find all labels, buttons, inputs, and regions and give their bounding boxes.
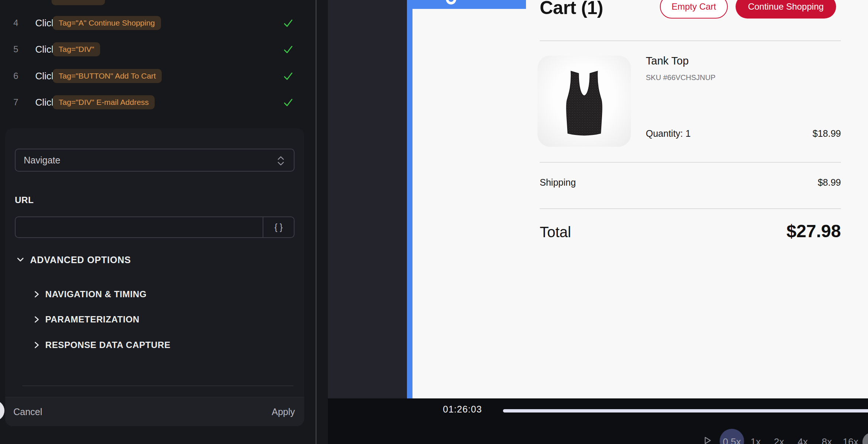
shipping-amount: $8.99: [818, 177, 841, 188]
step-row[interactable]: 7 Click Tag="DIV" E-mail Address: [0, 95, 316, 110]
step-row[interactable]: 6 Click Tag="BUTTON" Add To Cart: [0, 69, 316, 83]
step-number: 5: [13, 42, 18, 57]
page-edge-highlight: [407, 0, 412, 398]
speed-option-4x[interactable]: 4x: [798, 436, 808, 444]
speed-option-16x[interactable]: 16x: [843, 436, 858, 444]
action-type-value: Navigate: [24, 149, 60, 171]
page-header-highlight: [407, 0, 526, 9]
speed-option-0-5x[interactable]: 0.5x: [723, 436, 741, 444]
cart-title: Cart (1): [540, 0, 603, 19]
step-target-badge[interactable]: Tag="DIV" E-mail Address: [53, 95, 155, 109]
section-label: NAVIGATION & TIMING: [45, 289, 147, 299]
product-name: Tank Top: [646, 55, 689, 67]
cancel-button[interactable]: Cancel: [13, 397, 42, 426]
playback-bar: 01:26:03 0.5x 1x 2x 4x 8x 16x: [328, 398, 868, 444]
playback-progress-bar[interactable]: [503, 409, 868, 412]
step-target-badge[interactable]: Tag="BUTTON" Add To Cart: [53, 69, 162, 83]
chevron-right-icon: [34, 316, 39, 323]
apply-button[interactable]: Apply: [272, 397, 295, 426]
tank-top-photo: [546, 61, 622, 142]
url-field-row: { }: [15, 216, 295, 238]
empty-cart-button[interactable]: Empty Cart: [660, 0, 728, 19]
advanced-options-toggle[interactable]: ADVANCED OPTIONS: [17, 254, 131, 266]
step-editor-panel: Navigate URL { } ADVANCED OPTIONS: [5, 128, 304, 426]
step-3-target-badge-partial[interactable]: g: [52, 0, 105, 5]
product-quantity: Quantity: 1: [646, 128, 691, 139]
step-target-badge[interactable]: Tag="DIV": [53, 42, 100, 56]
divider: [540, 40, 841, 41]
player-settings-button-partial[interactable]: [862, 433, 868, 444]
continue-shopping-button[interactable]: Continue Shopping: [736, 0, 836, 19]
playback-timestamp: 01:26:03: [443, 404, 482, 415]
step-row[interactable]: 4 Click Tag="A" Continue Shopping: [0, 16, 316, 30]
product-image: [537, 56, 631, 147]
sidebar-divider[interactable]: [316, 0, 316, 444]
recorded-page-frame: Cart (1) Empty Cart Continue Shopping: [412, 0, 868, 398]
play-icon[interactable]: [703, 436, 712, 444]
speed-option-8x[interactable]: 8x: [822, 436, 832, 444]
step-passed-check-icon: [283, 19, 293, 28]
step-passed-check-icon: [283, 45, 293, 54]
step-passed-check-icon: [283, 98, 293, 107]
divider: [540, 162, 841, 163]
total-label: Total: [540, 224, 571, 241]
divider: [540, 208, 841, 209]
step-row[interactable]: 5 Click Tag="DIV": [0, 42, 316, 57]
advanced-options-label: ADVANCED OPTIONS: [30, 255, 131, 265]
product-sku: SKU #66VCHSJNUP: [646, 73, 716, 82]
step-passed-check-icon: [283, 72, 293, 81]
edge-floating-button-partial[interactable]: [0, 400, 4, 421]
test-video-preview: Cart (1) Empty Cart Continue Shopping: [328, 0, 868, 398]
url-field-label: URL: [15, 195, 34, 205]
step-number: 4: [13, 16, 18, 30]
section-navigation-timing[interactable]: NAVIGATION & TIMING: [34, 288, 147, 301]
section-parameterization[interactable]: PARAMETERIZATION: [34, 313, 139, 326]
insert-variable-button[interactable]: { }: [263, 217, 294, 237]
chevron-down-icon: [17, 257, 24, 263]
braces-icon: { }: [274, 222, 283, 232]
speed-option-2x[interactable]: 2x: [774, 436, 784, 444]
action-type-select[interactable]: Navigate: [15, 149, 295, 172]
step-target-badge[interactable]: Tag="A" Continue Shopping: [53, 16, 161, 30]
shipping-label: Shipping: [540, 177, 576, 188]
speed-option-1x[interactable]: 1x: [750, 436, 760, 444]
panel-footer: Cancel Apply: [5, 397, 304, 426]
app-window: g 4 Click Tag="A" Continue Shopping 5 Cl…: [0, 0, 868, 444]
step-number: 6: [13, 69, 18, 83]
section-label: PARAMETERIZATION: [45, 314, 139, 325]
product-price: $18.99: [813, 128, 841, 139]
step-number: 7: [13, 95, 18, 110]
total-amount: $27.98: [786, 221, 841, 241]
chevron-right-icon: [34, 341, 39, 349]
select-chevrons-icon: [276, 156, 286, 168]
panel-divider: [22, 385, 293, 386]
chevron-right-icon: [34, 291, 39, 298]
url-input[interactable]: [16, 217, 263, 237]
section-label: RESPONSE DATA CAPTURE: [45, 340, 171, 350]
section-response-data-capture[interactable]: RESPONSE DATA CAPTURE: [34, 339, 171, 351]
steps-sidebar: g 4 Click Tag="A" Continue Shopping 5 Cl…: [0, 0, 316, 444]
